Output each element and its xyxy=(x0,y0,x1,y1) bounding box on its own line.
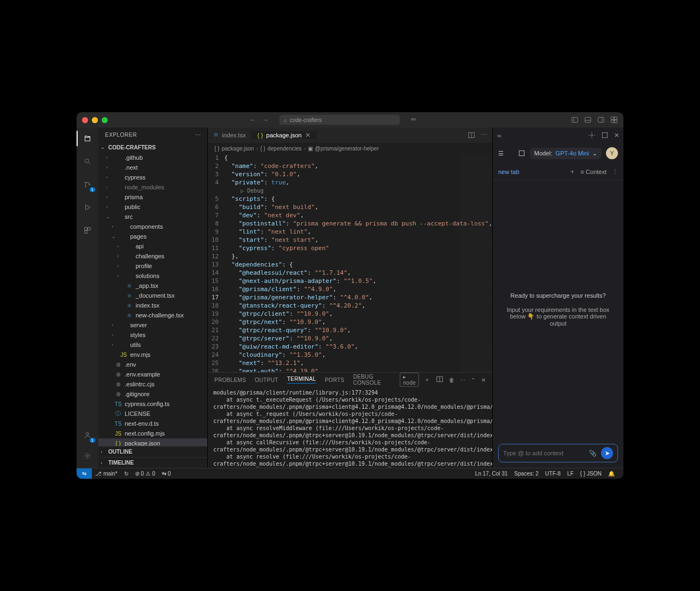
folder-item[interactable]: ›components xyxy=(98,222,207,231)
ai-expand-icon[interactable] xyxy=(601,131,609,139)
file-item[interactable]: { }package.json xyxy=(98,438,207,446)
git-branch[interactable]: ⎇main* xyxy=(92,471,121,477)
tab-output[interactable]: OUTPUT xyxy=(255,377,278,383)
sync-button[interactable]: ↻ xyxy=(121,471,132,477)
explorer-activity[interactable] xyxy=(81,132,94,145)
folder-item[interactable]: ⌄src xyxy=(98,212,207,222)
folder-item[interactable]: ›profile xyxy=(98,261,207,271)
cursor-position[interactable]: Ln 17, Col 31 xyxy=(472,471,511,477)
ai-add-tab-icon[interactable]: ＋ xyxy=(569,167,575,176)
ai-close-icon[interactable]: ✕ xyxy=(614,132,619,139)
remote-indicator[interactable]: ⇋ xyxy=(77,468,92,479)
copilot-icon[interactable] xyxy=(410,115,417,124)
folder-item[interactable]: ›prisma xyxy=(98,192,207,202)
run-debug-activity[interactable] xyxy=(81,201,94,214)
ai-context-button[interactable]: ≡ Context xyxy=(581,169,606,175)
layout-toggle-bottom-icon[interactable] xyxy=(584,116,592,124)
file-item[interactable]: ⚛_app.tsx xyxy=(98,281,207,291)
folder-item[interactable]: ⌄pages xyxy=(98,231,207,241)
problems-status[interactable]: ⊘0 ⚠0 xyxy=(132,471,159,477)
file-item[interactable]: TSnext-env.d.ts xyxy=(98,419,207,428)
eol-status[interactable]: LF xyxy=(564,471,577,477)
folder-item[interactable]: ›solutions xyxy=(98,271,207,281)
tab-problems[interactable]: PROBLEMS xyxy=(214,377,246,383)
file-item[interactable]: ⚙.env.example xyxy=(98,369,207,379)
ai-input[interactable]: 📎 ➤ xyxy=(498,444,618,462)
outline-section[interactable]: ›OUTLINE xyxy=(98,446,207,457)
folder-item[interactable]: ›utils xyxy=(98,340,207,350)
folder-item[interactable]: ›styles xyxy=(98,330,207,340)
folder-item[interactable]: ›server xyxy=(98,320,207,330)
split-terminal-icon[interactable] xyxy=(436,375,444,384)
file-item[interactable]: TScypress.config.ts xyxy=(98,399,207,409)
file-item[interactable]: ⚙.gitignore xyxy=(98,389,207,399)
customize-layout-icon[interactable] xyxy=(610,116,618,124)
workspace-section[interactable]: ⌄ CODE-CRAFTERS xyxy=(98,142,207,153)
ai-text-input[interactable] xyxy=(503,450,585,456)
tab-debug-console[interactable]: DEBUG CONSOLE xyxy=(353,374,391,386)
folder-item[interactable]: ›challenges xyxy=(98,251,207,261)
extensions-activity[interactable] xyxy=(81,224,94,237)
file-item[interactable]: JSenv.mjs xyxy=(98,350,207,360)
ai-toggle-icon[interactable] xyxy=(518,149,526,157)
code-editor[interactable]: 1234 56789101112131415161718192021222324… xyxy=(208,154,492,372)
layout-toggle-left-icon[interactable] xyxy=(571,116,579,124)
new-terminal-icon[interactable]: ＋ xyxy=(424,376,430,384)
accounts-icon[interactable]: 1 xyxy=(81,428,94,442)
terminal-shell-label[interactable]: ▸ node xyxy=(400,373,419,387)
notifications-icon[interactable]: 🔔 xyxy=(605,471,618,477)
search-activity[interactable] xyxy=(81,155,94,168)
user-avatar[interactable]: Y xyxy=(606,147,618,159)
folder-item[interactable]: ›cypress xyxy=(98,172,207,182)
source-control-activity[interactable]: 1 xyxy=(81,178,94,191)
file-item[interactable]: ⚛_document.tsx xyxy=(98,291,207,300)
model-selector[interactable]: Model: GPT-4o Mini ⌄ xyxy=(530,148,602,159)
language-mode[interactable]: { } JSON xyxy=(577,471,605,477)
folder-item[interactable]: ›.next xyxy=(98,163,207,172)
debug-codelens[interactable]: ▷ Debug xyxy=(224,187,492,195)
editor-tab[interactable]: ⚛index.tsx xyxy=(208,131,252,138)
send-button[interactable]: ➤ xyxy=(601,447,613,459)
kill-terminal-icon[interactable]: 🗑 xyxy=(449,377,454,383)
file-item[interactable]: ⚙.eslintrc.cjs xyxy=(98,379,207,389)
close-panel-icon[interactable]: ✕ xyxy=(481,377,486,383)
ai-new-tab[interactable]: new tab xyxy=(498,169,520,175)
maximize-window[interactable] xyxy=(102,117,108,123)
ai-menu-icon[interactable]: ☰ xyxy=(498,150,504,157)
folder-item[interactable]: ›node_modules xyxy=(98,182,207,192)
ai-tab-more-icon[interactable]: ⋮ xyxy=(612,168,618,175)
file-item[interactable]: ⓘLICENSE xyxy=(98,409,207,419)
maximize-panel-icon[interactable]: ⌃ xyxy=(471,377,475,383)
ai-settings-icon[interactable] xyxy=(588,131,596,139)
layout-toggle-right-icon[interactable] xyxy=(597,116,605,124)
command-center[interactable]: ⌕ code-crafters xyxy=(279,115,400,125)
nav-forward-icon[interactable]: → xyxy=(262,117,269,123)
timeline-section[interactable]: ›TIMELINE xyxy=(98,457,207,468)
minimap[interactable] xyxy=(459,154,492,372)
file-item[interactable]: ⚙.env xyxy=(98,360,207,369)
nav-back-icon[interactable]: ← xyxy=(250,117,256,123)
ports-status[interactable]: ⇆0 xyxy=(159,471,174,477)
folder-item[interactable]: ›api xyxy=(98,241,207,251)
tab-terminal[interactable]: TERMINAL xyxy=(287,376,316,384)
folder-item[interactable]: ›.github xyxy=(98,153,207,163)
tab-more-icon[interactable]: ⋯ xyxy=(481,131,487,139)
editor-tab[interactable]: { }package.json✕ xyxy=(252,131,316,139)
minimize-window[interactable] xyxy=(92,117,98,123)
attach-icon[interactable]: 📎 xyxy=(589,450,597,457)
file-item[interactable]: ⚛new-challenge.tsx xyxy=(98,310,207,320)
panel-more-icon[interactable]: ⋯ xyxy=(460,377,465,383)
close-window[interactable] xyxy=(82,117,88,123)
close-tab-icon[interactable]: ✕ xyxy=(305,131,311,139)
split-editor-icon[interactable] xyxy=(468,131,475,139)
tab-ports[interactable]: PORTS xyxy=(325,377,345,383)
folder-item[interactable]: ›public xyxy=(98,202,207,212)
indent-status[interactable]: Spaces: 2 xyxy=(511,471,541,477)
explorer-more-icon[interactable]: ⋯ xyxy=(195,132,201,138)
file-item[interactable]: ⚛index.tsx xyxy=(98,300,207,310)
file-item[interactable]: JSnext.config.mjs xyxy=(98,428,207,438)
breadcrumb[interactable]: { }package.json› { }dependencies› ▣@pris… xyxy=(208,143,492,154)
encoding-status[interactable]: UTF-8 xyxy=(542,471,564,477)
terminal-body[interactable]: modules/@prisma/client/runtime/library.j… xyxy=(208,387,492,468)
settings-gear-icon[interactable] xyxy=(81,449,94,462)
